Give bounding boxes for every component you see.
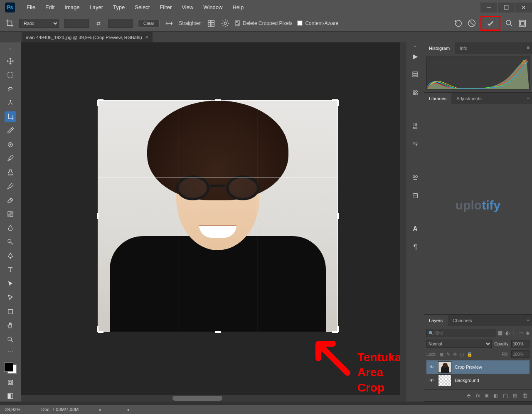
pen-tool[interactable] [5, 251, 16, 261]
styles-panel-icon[interactable] [411, 88, 420, 97]
stamp-tool[interactable] [5, 167, 16, 178]
blur-tool[interactable] [5, 223, 16, 234]
menu-window[interactable]: Window [198, 0, 227, 15]
character-panel-icon[interactable]: A [411, 224, 420, 234]
crop-handle[interactable] [97, 326, 99, 332]
lock-artboard-icon[interactable]: ▢ [460, 352, 464, 357]
window-minimize[interactable]: ─ [480, 2, 497, 12]
crop-handle[interactable] [337, 213, 339, 219]
status-scroll-icon[interactable]: ◂ [127, 407, 129, 412]
layer-row[interactable]: 👁 Background [426, 374, 530, 387]
eyedropper-tool[interactable] [5, 126, 16, 136]
properties-panel-icon[interactable] [411, 70, 420, 79]
lasso-tool[interactable] [5, 84, 16, 94]
layer-thumbnail[interactable] [438, 375, 451, 386]
tools-collapse-icon[interactable]: » [9, 47, 11, 51]
gradient-tool[interactable] [5, 209, 16, 220]
scrollbar-vertical[interactable] [400, 42, 406, 402]
menu-help[interactable]: Help [227, 0, 249, 15]
swap-dimensions-icon[interactable]: ⇄ [94, 19, 103, 28]
scrollbar-horizontal[interactable] [21, 395, 400, 402]
clone-source-panel-icon[interactable] [411, 173, 420, 182]
layer-name[interactable]: Background [455, 378, 479, 383]
menu-select[interactable]: Select [130, 0, 155, 15]
dock-collapse-icon[interactable]: « [414, 44, 416, 48]
opacity-input[interactable] [511, 340, 530, 347]
menu-view[interactable]: View [177, 0, 198, 15]
actions-panel-icon[interactable]: ▶ [411, 52, 420, 61]
filter-shape-icon[interactable]: ▭ [518, 330, 523, 336]
close-tab-icon[interactable]: × [145, 34, 149, 40]
layer-visibility-icon[interactable]: 👁 [428, 378, 435, 383]
menu-layer[interactable]: Layer [85, 0, 108, 15]
adjustment-layer-icon[interactable]: ◐ [493, 392, 498, 399]
filter-type-icon[interactable]: T [512, 330, 515, 336]
quick-select-tool[interactable] [5, 98, 16, 108]
tab-channels[interactable]: Channels [448, 315, 477, 326]
screen-mode-tool[interactable] [5, 391, 16, 402]
commit-crop-button[interactable] [480, 16, 500, 31]
tab-info[interactable]: Info [455, 42, 472, 54]
layer-name[interactable]: Crop Preview [455, 365, 482, 370]
tab-histogram[interactable]: Histogram [424, 42, 455, 54]
lock-position-icon[interactable]: ✥ [453, 352, 457, 357]
window-close[interactable]: ✕ [515, 2, 532, 12]
menu-type[interactable]: Type [108, 0, 130, 15]
menu-edit[interactable]: Edit [40, 0, 59, 15]
crop-handle[interactable] [215, 331, 221, 333]
delete-layer-icon[interactable]: 🗑 [522, 392, 528, 399]
straighten-icon[interactable] [165, 19, 174, 28]
layer-mask-icon[interactable]: ◙ [485, 392, 488, 399]
lock-transparency-icon[interactable]: ▦ [439, 352, 443, 357]
panel-menu-icon[interactable]: ≡ [527, 45, 530, 50]
history-brush-tool[interactable] [5, 181, 16, 192]
canvas[interactable]: TentukanArea Crop [21, 42, 406, 402]
crop-settings-icon[interactable] [221, 19, 230, 28]
crop-handle[interactable] [97, 100, 99, 106]
layer-visibility-icon[interactable]: 👁 [428, 365, 435, 370]
crop-ratio-select[interactable]: Ratio [19, 19, 59, 28]
search-icon[interactable] [505, 19, 514, 28]
layer-row[interactable]: 👁 Crop Preview [426, 360, 530, 374]
doc-size[interactable]: Doc: 7,03M/7,03M [41, 407, 79, 412]
zoom-tool[interactable] [5, 334, 16, 345]
new-layer-icon[interactable]: ⊞ [513, 392, 517, 399]
content-aware-checkbox[interactable]: Content-Aware [297, 20, 338, 26]
status-menu-icon[interactable]: ▸ [99, 407, 102, 412]
crop-handle[interactable] [215, 99, 221, 101]
brush-tool[interactable] [5, 153, 16, 164]
layer-group-icon[interactable]: ▢ [503, 392, 508, 399]
delete-cropped-checkbox[interactable]: Delete Cropped Pixels [235, 20, 292, 26]
crop-area[interactable] [98, 101, 337, 332]
reset-crop-icon[interactable] [454, 19, 463, 28]
dodge-tool[interactable] [5, 237, 16, 248]
hand-tool[interactable] [5, 320, 16, 331]
eraser-tool[interactable] [5, 195, 16, 206]
crop-handle[interactable] [98, 99, 103, 101]
histogram-warning-icon[interactable]: ⚠ [521, 59, 527, 65]
cancel-crop-icon[interactable] [467, 19, 476, 28]
paragraph-panel-icon[interactable]: ¶ [411, 243, 420, 252]
filter-smart-icon[interactable]: ◈ [526, 330, 530, 336]
quick-mask-tool[interactable] [5, 377, 16, 388]
crop-tool[interactable] [5, 111, 16, 122]
link-layers-icon[interactable]: ⬘ [467, 392, 471, 399]
lock-all-icon[interactable]: 🔒 [467, 352, 473, 357]
filter-pixel-icon[interactable]: ▦ [498, 330, 502, 336]
layer-thumbnail[interactable] [438, 361, 451, 373]
blend-mode-select[interactable]: Normal [426, 340, 492, 348]
path-select-tool[interactable] [5, 278, 16, 289]
tab-libraries[interactable]: Libraries [424, 93, 451, 104]
window-maximize[interactable]: ☐ [498, 2, 515, 12]
color-swatch[interactable] [4, 362, 17, 374]
menu-image[interactable]: Image [59, 0, 84, 15]
panel-menu-icon[interactable]: ≡ [527, 95, 530, 100]
crop-height-input[interactable] [108, 19, 133, 28]
clear-button[interactable]: Clear [138, 19, 160, 27]
type-tool[interactable] [5, 265, 16, 276]
layer-style-icon[interactable]: fx [476, 392, 480, 399]
zoom-level[interactable]: 39,93% [5, 407, 20, 412]
menu-file[interactable]: File [22, 0, 40, 15]
healing-tool[interactable] [5, 139, 16, 150]
straighten-label[interactable]: Straighten [179, 20, 202, 26]
